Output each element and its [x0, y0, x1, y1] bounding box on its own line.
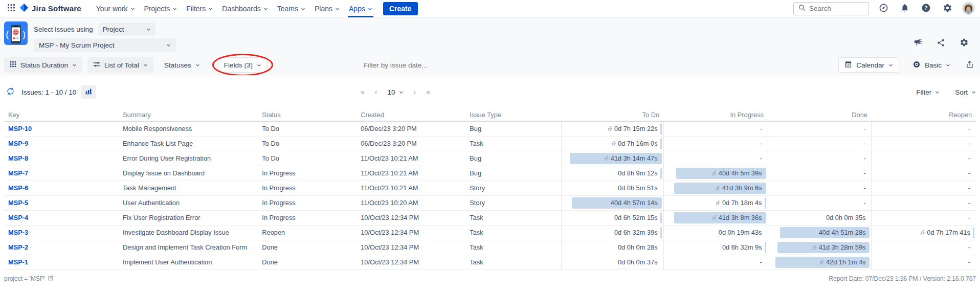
issue-key-link[interactable]: MSP-9 — [8, 140, 28, 147]
top-navigation: Jira Software Your workProjectsFiltersDa… — [0, 0, 980, 17]
calendar-button[interactable]: Calendar — [838, 57, 899, 73]
table-row-msp-7: MSP-7Display Issue on DashboardIn Progre… — [4, 166, 976, 181]
issue-key-link[interactable]: MSP-5 — [8, 199, 28, 207]
table-row-msp-8: MSP-8Error During User RegistrationTo Do… — [4, 151, 976, 166]
prev-page-button[interactable]: ‹ — [375, 88, 377, 96]
app-switcher-button[interactable] — [5, 2, 17, 15]
help-button[interactable]: ? — [919, 1, 933, 16]
chart-view-button[interactable] — [81, 85, 96, 99]
share-button[interactable] — [934, 36, 947, 51]
report-footer: project = 'MSP' Report Date: 07/Dec/23 1… — [0, 270, 980, 283]
select-issues-using-label: Select issues using — [34, 26, 93, 33]
issue-key-link[interactable]: MSP-7 — [8, 169, 28, 177]
column-header-status: Status — [258, 109, 357, 121]
column-header-issue-type: Issue Type — [465, 109, 561, 121]
issue-key-link[interactable]: MSP-10 — [8, 125, 32, 132]
runner-icon — [611, 141, 616, 146]
view-type-select[interactable]: Status Duration — [4, 57, 82, 73]
grid-icon — [7, 4, 15, 13]
runner-icon — [604, 155, 609, 161]
export-button[interactable] — [964, 58, 976, 72]
search-input[interactable] — [809, 5, 864, 12]
duration-cell-done: - — [768, 181, 872, 195]
duration-cell-to-do: 0d 0h 0m 37s — [561, 255, 663, 269]
duration-cell-done: 0d 0h 0m 35s — [768, 210, 872, 225]
nav-item-dashboards[interactable]: Dashboards — [217, 0, 273, 17]
table-row-msp-1: MSP-1Implement User AuthenticationDone10… — [4, 255, 976, 269]
runner-icon — [715, 185, 721, 191]
page-size-select[interactable]: 10 — [387, 88, 403, 96]
share-icon — [937, 38, 945, 49]
question-icon: ? — [921, 3, 931, 14]
status-duration-table-wrap: KeySummaryStatusCreatedIssue TypeTo DoIn… — [0, 109, 980, 270]
chevron-down-icon — [971, 88, 976, 96]
notifications-button[interactable] — [898, 1, 911, 16]
nav-item-projects[interactable]: Projects — [140, 0, 182, 17]
calculation-select[interactable]: List of Total — [87, 57, 153, 73]
feedback-button[interactable] — [911, 36, 924, 51]
fields-select[interactable]: Fields (3) — [218, 57, 268, 73]
project-select[interactable]: MSP - My Scrum Project — [34, 38, 176, 52]
issue-type: Task — [465, 210, 561, 225]
chevron-down-icon — [335, 5, 340, 13]
issue-key-link[interactable]: MSP-8 — [8, 154, 28, 162]
create-button[interactable]: Create — [383, 2, 418, 15]
nav-item-plans[interactable]: Plans — [310, 0, 344, 17]
issue-type: Story — [465, 181, 561, 195]
duration-cell-to-do: 0d 8h 9m 12s — [561, 166, 663, 181]
nav-item-filters[interactable]: Filters — [182, 0, 217, 17]
table-row-msp-5: MSP-5User AuthenticationIn Progress11/Oc… — [4, 195, 976, 210]
nav-item-teams[interactable]: Teams — [273, 0, 310, 17]
megaphone-icon — [913, 38, 922, 49]
duration-bar — [660, 227, 662, 238]
nav-item-your-work[interactable]: Your work — [92, 0, 140, 17]
issue-summary: Design and Implement Task Creation Form — [119, 240, 258, 255]
duration-cell-in-progress: - — [663, 136, 768, 151]
duration-cell-reopen: - — [872, 195, 976, 210]
issue-summary: Implement User Authentication — [119, 255, 258, 269]
nav-item-apps[interactable]: Apps — [344, 0, 377, 17]
issue-type: Task — [465, 255, 561, 269]
issue-date-filter-input[interactable] — [364, 61, 453, 69]
last-page-button[interactable]: » — [426, 88, 430, 96]
grid-icon — [10, 61, 16, 69]
issue-key-link[interactable]: MSP-3 — [8, 229, 28, 236]
user-avatar[interactable] — [962, 2, 975, 15]
runner-icon — [711, 170, 717, 176]
svg-text:?: ? — [924, 5, 927, 11]
external-link-icon[interactable] — [48, 275, 54, 283]
issue-source-select[interactable]: Project — [98, 23, 155, 36]
issue-summary: Enhance Task List Page — [119, 136, 258, 151]
duration-cell-done: - — [768, 121, 872, 136]
statuses-select[interactable]: Statuses — [159, 57, 206, 73]
issue-key-link[interactable]: MSP-1 — [8, 258, 28, 266]
chevron-down-icon — [130, 5, 135, 13]
settings-button[interactable] — [941, 1, 954, 16]
table-header-row: KeySummaryStatusCreatedIssue TypeTo DoIn… — [4, 109, 976, 121]
report-toolbar: Status Duration List of Total Statuses F… — [4, 57, 976, 73]
jira-logo[interactable]: Jira Software — [19, 3, 81, 14]
next-page-button[interactable]: › — [414, 88, 416, 96]
chevron-down-icon — [166, 41, 171, 49]
issue-key-link[interactable]: MSP-6 — [8, 184, 28, 192]
status-duration-table: KeySummaryStatusCreatedIssue TypeTo DoIn… — [4, 109, 976, 270]
refresh-button[interactable] — [4, 85, 17, 99]
discover-button[interactable] — [877, 1, 890, 16]
issue-status: In Progress — [258, 195, 357, 210]
table-row-msp-6: MSP-6Task ManagementIn Progress11/Oct/23… — [4, 181, 976, 195]
issue-key-link[interactable]: MSP-2 — [8, 243, 28, 251]
issue-created: 11/Oct/23 10:20 AM — [357, 195, 465, 210]
first-page-button[interactable]: « — [361, 88, 365, 96]
global-search[interactable] — [793, 2, 869, 15]
report-settings-button[interactable] — [957, 36, 971, 51]
display-mode-select[interactable]: Basic — [907, 57, 956, 73]
issue-created: 10/Oct/23 12:34 PM — [357, 240, 465, 255]
sort-dropdown[interactable]: Sort — [955, 88, 976, 96]
eye-icon — [912, 60, 921, 70]
gear-icon — [960, 38, 969, 49]
issue-created: 11/Oct/23 10:21 AM — [357, 166, 465, 181]
duration-bar — [765, 242, 766, 253]
filter-dropdown[interactable]: Filter — [916, 88, 940, 96]
duration-cell-reopen: - — [872, 181, 976, 195]
issue-key-link[interactable]: MSP-4 — [8, 214, 28, 221]
